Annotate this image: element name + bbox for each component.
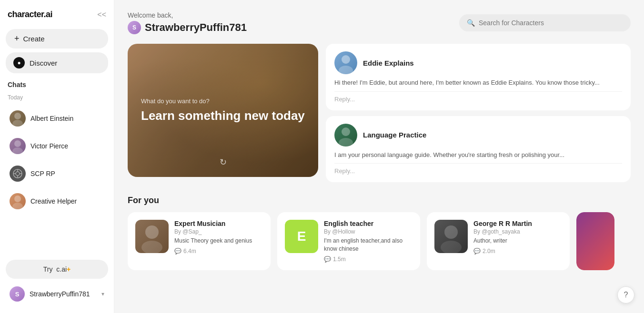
char-card-expert-musician[interactable]: Expert Musician By @Sap_ Music Theory ge… [128,212,271,270]
sidebar-header: character.ai << [6,8,108,25]
char-card-4[interactable] [576,212,614,270]
musician-info: Expert Musician By @Sap_ Music Theory ge… [174,220,263,254]
create-plus-icon: + [14,34,20,44]
create-button[interactable]: + Create [6,29,108,49]
avatar-scp-rp [10,166,26,182]
search-bar[interactable]: 🔍 [459,14,631,31]
eddie-reply[interactable]: Reply... [334,91,622,103]
collapse-icon[interactable]: << [97,10,106,19]
english-name: English teacher [324,220,413,227]
english-stats: 💬 1.5m [324,256,413,263]
try-button[interactable]: Try c.ai+ [6,260,108,279]
user-avatar: S [10,286,25,302]
for-you-section: For you Expert Musician By @Sap_ Music T… [128,196,631,270]
char-card-english-teacher[interactable]: E English teacher By @Hollow I'm an engl… [277,212,420,270]
svg-point-0 [14,113,21,119]
eddie-desc: Hi there! I'm Eddie, but around here, I'… [334,78,622,88]
sidebar-item-creative-helper[interactable]: Creative Helper [6,189,108,213]
musician-by: By @Sap_ [174,228,263,235]
english-avatar: E [285,220,318,253]
chat-bubble-icon-martin: 💬 [473,248,481,254]
sidebar-item-albert-einstein[interactable]: Albert Einstein [6,107,108,130]
app-logo: character.ai [8,10,52,20]
try-plus: + [67,265,70,273]
featured-section: What do you want to do? Learn something … [128,44,631,182]
chat-bubble-icon-musician: 💬 [174,248,181,254]
english-desc: I'm an english teacher,and also know chi… [324,237,413,253]
eddie-title: Eddie Explains [363,59,414,67]
eddie-avatar [334,51,357,74]
banner-title: Learn something new today [141,108,305,123]
avatar-albert-einstein [10,110,26,127]
svg-point-12 [342,55,350,64]
svg-point-2 [14,140,21,147]
sidebar-item-scp-rp[interactable]: SCP RP [6,162,108,186]
sidebar-bottom: Try c.ai+ S StrawberryPuffin781 ▾ [6,260,108,305]
discover-button[interactable]: ● Discover [6,52,108,73]
martin-info: George R R Martin By @goth_sayaka Author… [473,220,562,254]
for-you-title: For you [128,196,631,205]
chat-bubble-icon-english: 💬 [324,256,331,263]
username-text: StrawberryPuffin781 [145,21,247,34]
musician-stats: 💬 6.4m [174,248,263,254]
chats-section-label: Chats [6,77,108,89]
search-input[interactable] [479,19,623,27]
language-avatar [334,124,357,147]
welcome-username: S StrawberryPuffin781 [128,21,247,34]
english-info: English teacher By @Hollow I'm an englis… [324,220,413,263]
english-by: By @Hollow [324,228,413,235]
for-you-cards-row: Expert Musician By @Sap_ Music Theory ge… [128,212,631,270]
welcome-header: Welcome back, S StrawberryPuffin781 🔍 [128,11,631,34]
sidebar-item-victor-pierce[interactable]: Victor Pierce [6,134,108,158]
featured-cards: Eddie Explains Hi there! I'm Eddie, but … [326,44,631,182]
martin-name: George R R Martin [473,220,562,227]
char-card-george-martin[interactable]: George R R Martin By @goth_sayaka Author… [427,212,570,270]
welcome-left: Welcome back, S StrawberryPuffin781 [128,11,247,34]
search-icon: 🔍 [467,19,475,27]
chat-name-scp-rp: SCP RP [30,170,55,177]
featured-card-eddie[interactable]: Eddie Explains Hi there! I'm Eddie, but … [326,44,631,110]
svg-point-17 [141,241,162,253]
chat-name-creative-helper: Creative Helper [30,197,77,205]
svg-point-16 [145,225,159,239]
musician-name: Expert Musician [174,220,263,227]
martin-desc: Author, writer [473,237,562,245]
discover-label: Discover [30,59,57,67]
main-content: Welcome back, S StrawberryPuffin781 🔍 Wh… [114,0,644,313]
language-title: Language Practice [363,131,426,139]
banner-refresh-icon[interactable]: ↻ [220,157,227,167]
sidebar: character.ai << + Create ● Discover Chat… [0,0,114,313]
user-profile-name: StrawberryPuffin781 [30,290,97,298]
svg-point-1 [12,120,23,127]
martin-stats: 💬 2.0m [473,248,562,254]
avatar-creative-helper [10,193,26,209]
username-avatar: S [128,21,141,34]
svg-point-18 [444,225,458,239]
today-label: Today [6,93,108,103]
language-reply[interactable]: Reply... [334,163,622,175]
user-profile[interactable]: S StrawberryPuffin781 ▾ [6,283,108,305]
banner-subtitle: What do you want to do? [141,98,305,105]
featured-card-language[interactable]: Language Practice I am your personal lan… [326,116,631,183]
svg-point-13 [339,66,353,74]
martin-avatar [434,220,468,253]
try-label: Try c.ai+ [43,265,70,273]
avatar-victor-pierce [10,138,26,154]
svg-point-19 [441,241,462,253]
eddie-card-header: Eddie Explains [334,51,622,74]
chat-name-victor-pierce: Victor Pierce [30,142,68,150]
svg-point-10 [14,196,21,202]
svg-point-11 [12,203,23,209]
help-button[interactable]: ? [617,286,634,303]
language-card-header: Language Practice [334,124,622,147]
discover-icon: ● [13,57,25,68]
user-chevron-icon: ▾ [101,291,104,297]
martin-by: By @goth_sayaka [473,228,562,235]
card4-avatar [576,212,614,270]
svg-point-14 [342,127,350,136]
chat-name-albert-einstein: Albert Einstein [30,115,73,122]
create-label: Create [23,35,45,43]
featured-banner[interactable]: What do you want to do? Learn something … [128,44,318,177]
svg-point-5 [16,172,20,176]
musician-desc: Music Theory geek and genius [174,237,263,245]
